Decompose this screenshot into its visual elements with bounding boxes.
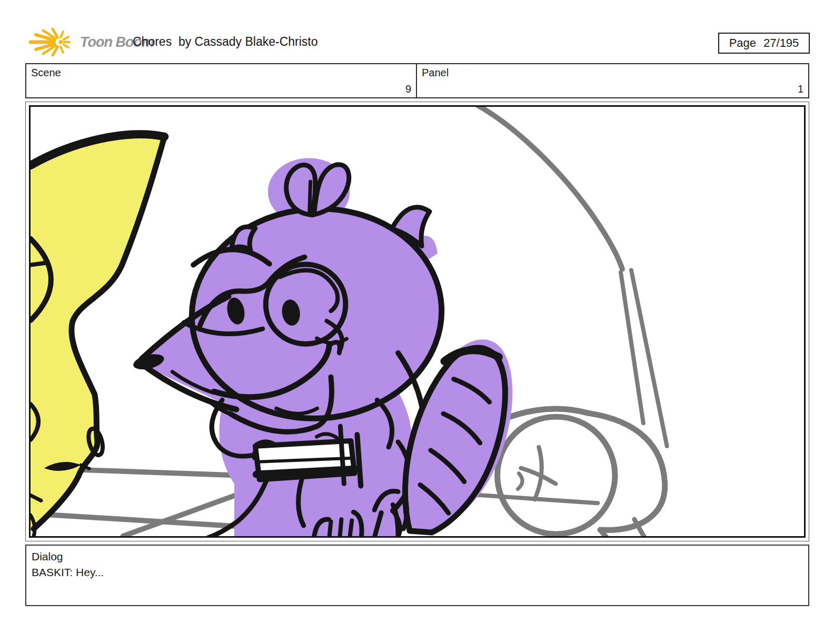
scene-value: 9 <box>405 83 411 95</box>
scene-panel-row: Scene 9 Panel 1 <box>25 63 809 98</box>
storyboard-panel-frame <box>25 102 809 541</box>
storyboard-drawing <box>31 107 804 536</box>
yellow-character <box>31 134 164 536</box>
raccoon-left-ear <box>232 227 255 250</box>
purple-raccoon-character <box>132 158 512 536</box>
toonboom-burst-icon <box>27 26 76 58</box>
panel-label: Panel <box>422 67 449 79</box>
page-value: 27/195 <box>763 36 799 50</box>
dialog-label: Dialog <box>32 549 803 565</box>
document-title: Chores by Cassady Blake-Christo <box>133 35 318 49</box>
page-label: Page <box>729 36 756 50</box>
dialog-box: Dialog BASKIT: Hey... <box>25 545 809 606</box>
panel-value: 1 <box>798 83 803 95</box>
scene-label: Scene <box>31 67 61 79</box>
scene-cell: Scene 9 <box>26 64 417 97</box>
dialog-text: BASKIT: Hey... <box>32 565 803 580</box>
page-number-box: Page 27/195 <box>718 33 810 54</box>
panel-cell: Panel 1 <box>417 64 808 97</box>
storyboard-panel <box>29 105 806 538</box>
